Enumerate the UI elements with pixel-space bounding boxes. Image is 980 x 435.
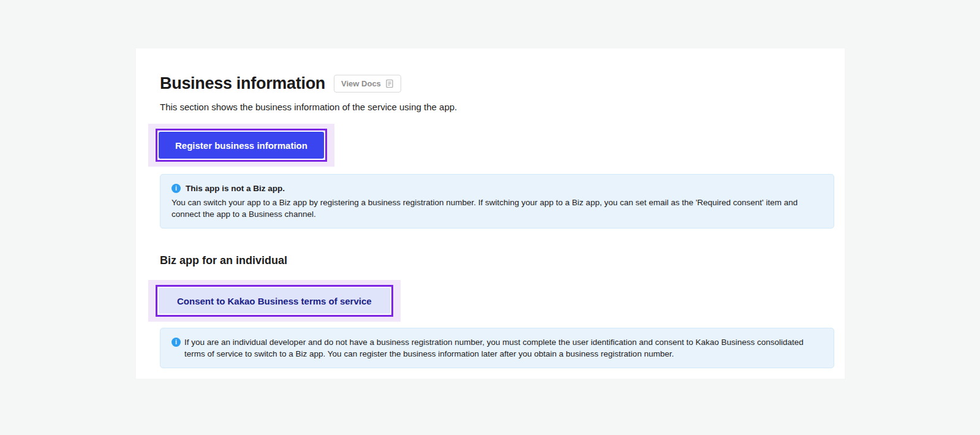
- annotation-border: Consent to Kakao Business terms of servi…: [156, 285, 393, 317]
- document-icon: [385, 79, 394, 88]
- register-button-highlight: Register business information: [148, 124, 334, 167]
- consent-kakao-business-button[interactable]: Consent to Kakao Business terms of servi…: [159, 288, 390, 314]
- section-description: This section shows the business informat…: [160, 102, 834, 113]
- notice-title: This app is not a Biz app.: [186, 183, 285, 194]
- title-row: Business information View Docs: [160, 74, 834, 93]
- view-docs-button[interactable]: View Docs: [334, 75, 401, 93]
- annotation-border: Register business information: [156, 129, 327, 162]
- business-info-card: Business information View Docs This sect…: [136, 48, 845, 379]
- individual-notice: i If you are an individual developer and…: [160, 328, 834, 368]
- view-docs-label: View Docs: [341, 79, 381, 88]
- individual-section-heading: Biz app for an individual: [160, 253, 834, 268]
- page-title: Business information: [160, 74, 325, 93]
- notice-title-row: i This app is not a Biz app.: [172, 183, 823, 194]
- consent-button-highlight: Consent to Kakao Business terms of servi…: [148, 280, 401, 322]
- info-icon: i: [172, 184, 181, 193]
- register-business-button[interactable]: Register business information: [159, 132, 324, 159]
- notice-body: You can switch your app to a Biz app by …: [172, 197, 823, 220]
- biz-app-notice: i This app is not a Biz app. You can swi…: [160, 174, 834, 229]
- info-icon: i: [172, 338, 181, 347]
- notice-body: If you are an individual developer and d…: [184, 336, 823, 360]
